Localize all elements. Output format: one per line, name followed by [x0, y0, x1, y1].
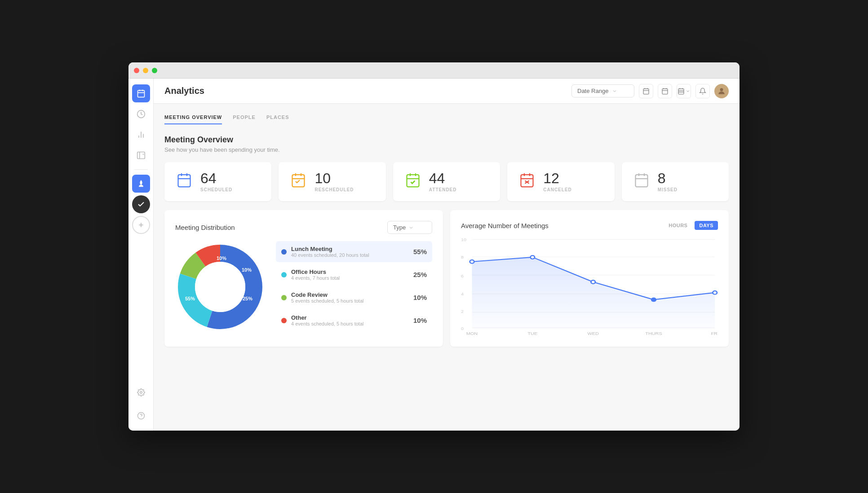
canceled-label: Canceled — [543, 187, 572, 192]
legend-row-code[interactable]: Code Review 5 events scheduled, 5 hours … — [276, 287, 432, 308]
minimize-button[interactable] — [143, 68, 148, 73]
toggle-buttons: HOURS DAYS — [664, 221, 718, 230]
legend-row-other[interactable]: Other 4 events scheduled, 5 hours total … — [276, 310, 432, 331]
avg-meetings-card: Average Number of Meetings HOURS DAYS 10… — [450, 210, 729, 347]
svg-rect-44 — [521, 175, 533, 187]
svg-text:TUE: TUE — [527, 331, 537, 336]
stat-card-attended: 44 Attended — [393, 162, 500, 201]
date-range-label: Date Range — [577, 88, 608, 94]
avg-meetings-title: Average Number of Meetings — [461, 222, 549, 229]
sidebar-item-add[interactable] — [132, 216, 150, 234]
sidebar-item-settings[interactable] — [132, 383, 150, 401]
legend-dot-code — [281, 295, 287, 300]
tabs: Meeting Overview People Places — [164, 114, 729, 124]
svg-rect-21 — [662, 88, 668, 94]
app-body: Analytics Date Range — [128, 79, 740, 431]
svg-text:FRI: FRI — [711, 331, 718, 336]
notification-bell-icon[interactable] — [695, 84, 710, 98]
legend-name-code: Code Review — [291, 291, 409, 298]
scheduled-icon — [175, 172, 193, 191]
app-window: Analytics Date Range — [128, 62, 740, 431]
svg-text:2: 2 — [461, 309, 464, 314]
stat-card-scheduled: 64 Scheduled — [164, 162, 271, 201]
rescheduled-icon — [289, 172, 307, 191]
distribution-title: Meeting Distribution — [175, 224, 235, 231]
date-range-input[interactable]: Date Range — [571, 84, 634, 97]
donut-chart: 55% 25% 10% 10% — [175, 242, 265, 332]
svg-point-72 — [531, 255, 535, 259]
missed-icon — [633, 172, 651, 191]
svg-text:0: 0 — [461, 326, 464, 331]
missed-label: Missed — [658, 187, 678, 192]
svg-text:6: 6 — [461, 274, 464, 278]
sidebar-divider — [134, 169, 148, 170]
tab-people[interactable]: People — [233, 114, 256, 124]
sidebar-item-calendar[interactable] — [132, 84, 150, 102]
tab-places[interactable]: Places — [266, 114, 289, 124]
svg-point-73 — [591, 280, 595, 284]
user-avatar[interactable] — [714, 84, 729, 98]
toggle-days[interactable]: DAYS — [695, 221, 718, 230]
avg-meetings-header: Average Number of Meetings HOURS DAYS — [461, 221, 718, 230]
svg-rect-31 — [178, 175, 190, 187]
view-icon-1[interactable] — [639, 84, 653, 98]
donut-labels: 55% 25% 10% 10% — [175, 242, 265, 332]
legend-info-office: Office Hours 4 events, 7 hours total — [291, 269, 409, 281]
section-title: Meeting Overview — [164, 135, 729, 145]
dropdown-chevron-icon — [408, 225, 414, 230]
sidebar-item-nike[interactable] — [132, 195, 150, 213]
legend-dot-lunch — [281, 249, 287, 255]
svg-text:THURS: THURS — [645, 331, 662, 336]
view-icon-3[interactable] — [677, 84, 691, 98]
legend-sub-other: 4 events scheduled, 5 hours total — [291, 321, 409, 326]
close-button[interactable] — [134, 68, 139, 73]
toggle-hours[interactable]: HOURS — [664, 221, 692, 230]
sidebar-item-help[interactable] — [132, 407, 150, 425]
sidebar-item-rocket[interactable] — [132, 175, 150, 193]
donut-label-code: 10% — [242, 267, 252, 273]
sidebar-item-chart[interactable] — [132, 126, 150, 144]
main-content: Analytics Date Range — [154, 79, 740, 431]
sidebar — [128, 79, 154, 431]
canceled-number: 12 — [543, 171, 572, 185]
attended-number: 44 — [429, 171, 457, 185]
sidebar-bottom — [132, 382, 150, 426]
attended-label: Attended — [429, 187, 457, 192]
svg-rect-8 — [137, 152, 145, 159]
legend-info-lunch: Lunch Meeting 40 events scheduled, 20 ho… — [291, 246, 409, 258]
type-dropdown[interactable]: Type — [387, 221, 432, 234]
legend-sub-office: 4 events, 7 hours total — [291, 275, 409, 281]
svg-point-74 — [651, 298, 656, 302]
svg-rect-50 — [635, 175, 647, 187]
traffic-lights — [134, 68, 157, 73]
legend-name-office: Office Hours — [291, 269, 409, 275]
legend-table: Lunch Meeting 40 events scheduled, 20 ho… — [276, 241, 432, 333]
svg-rect-0 — [137, 90, 144, 97]
top-bar: Analytics Date Range — [154, 79, 740, 104]
legend-pct-office: 25% — [413, 271, 427, 278]
rescheduled-label: Rescheduled — [314, 187, 354, 192]
maximize-button[interactable] — [152, 68, 157, 73]
canceled-icon — [518, 172, 536, 191]
distribution-card: Meeting Distribution Type — [164, 210, 443, 347]
legend-pct-lunch: 55% — [413, 248, 427, 255]
legend-name-other: Other — [291, 314, 409, 321]
svg-text:MON: MON — [466, 331, 478, 336]
legend-dot-office — [281, 272, 287, 277]
donut-label-office: 25% — [243, 296, 252, 301]
legend-row-lunch[interactable]: Lunch Meeting 40 events scheduled, 20 ho… — [276, 241, 432, 262]
legend-dot-other — [281, 318, 287, 323]
sidebar-item-clock[interactable] — [132, 105, 150, 123]
legend-row-office[interactable]: Office Hours 4 events, 7 hours total 25% — [276, 264, 432, 285]
type-dropdown-label: Type — [393, 224, 406, 231]
tab-meeting-overview[interactable]: Meeting Overview — [164, 114, 222, 124]
svg-point-75 — [713, 291, 717, 295]
sidebar-item-contacts[interactable] — [132, 146, 150, 164]
missed-number: 8 — [658, 171, 678, 185]
svg-point-13 — [140, 392, 142, 394]
top-bar-right: Date Range — [571, 84, 729, 98]
view-icon-2[interactable] — [658, 84, 672, 98]
stat-card-canceled: 12 Canceled — [507, 162, 614, 201]
legend-pct-other: 10% — [413, 317, 427, 324]
page-title: Analytics — [164, 86, 204, 96]
